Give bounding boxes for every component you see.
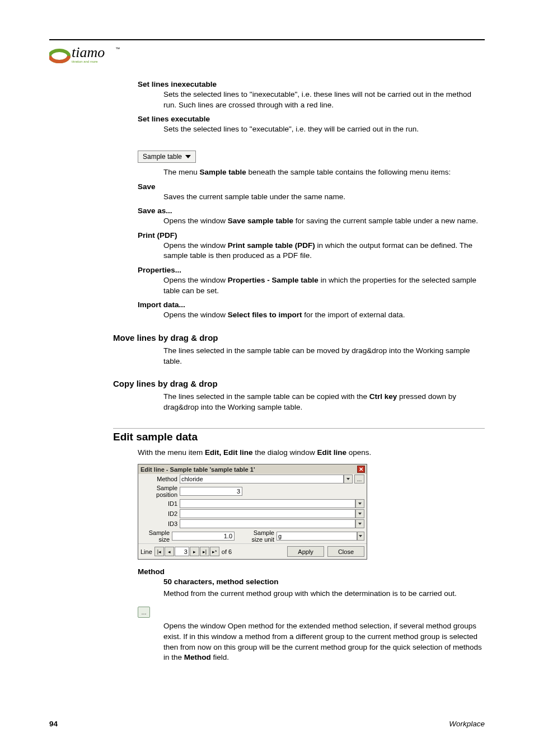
id2-field[interactable] [180,509,355,518]
new-line-button[interactable]: ▸* [210,547,219,556]
sample-size-unit-field[interactable] [277,532,357,541]
prev-line-button[interactable]: ◂ [165,547,174,556]
desc-print-pdf: Opens the window Print sample table (PDF… [163,241,485,261]
id1-field[interactable] [180,499,355,508]
desc-save-as: Opens the window Save sample table for s… [163,216,485,227]
term-save: Save [138,182,485,191]
desc-set-inexecutable: Sets the selected lines to "inexecutable… [163,90,485,110]
chevron-down-icon [185,155,191,158]
heading-edit-sample-data: Edit sample data [113,431,485,443]
id2-label: ID2 [140,510,180,517]
heading-move-lines: Move lines by drag & drop [113,333,485,342]
last-line-button[interactable]: ▸| [200,547,209,556]
id3-label: ID3 [140,520,180,527]
desc-save: Saves the current sample table under the… [163,192,485,203]
method-field[interactable] [180,475,344,483]
line-label: Line [140,548,152,555]
open-method-button[interactable]: ... [138,607,150,618]
line-total-text: of 6 [222,548,232,555]
section-edit-sample-data: Edit sample data [113,428,485,443]
open-method-desc: Opens the window Open method for the ext… [163,621,485,663]
term-import-data: Import data... [138,300,485,309]
chevron-down-icon [346,478,350,480]
term-set-inexecutable: Set lines inexecutable [138,80,485,88]
sample-size-field[interactable] [172,532,235,541]
desc-move-lines: The lines selected in the sample table c… [163,346,485,367]
chevron-down-icon [358,513,362,515]
method-desc: Method from the current method group wit… [163,589,485,599]
header-rule [49,39,485,40]
id2-dropdown[interactable] [355,509,364,518]
term-print-pdf: Print (PDF) [138,231,485,240]
method-label: Method [140,476,180,482]
section-name: Workplace [449,720,485,728]
line-number-field[interactable] [175,547,189,556]
desc-import-data: Opens the window Select files to import … [163,310,485,321]
svg-text:™: ™ [115,46,120,51]
method-sub: 50 characters, method selection [163,577,485,588]
dialog-title-text: Edit line - Sample table 'sample table 1… [140,466,255,473]
chevron-down-icon [358,523,362,525]
edit-line-dialog: Edit line - Sample table 'sample table 1… [138,464,367,560]
sample-table-button[interactable]: Sample table [138,151,196,163]
dialog-titlebar: Edit line - Sample table 'sample table 1… [138,464,367,474]
term-method: Method [138,567,485,576]
page-footer: 94 Workplace [49,720,485,728]
term-save-as: Save as... [138,206,485,215]
svg-text:tiamo: tiamo [72,44,105,60]
sample-table-button-label: Sample table [143,153,182,161]
edit-sample-intro: With the menu item Edit, Edit line the d… [138,448,485,458]
chevron-down-icon [359,535,362,537]
sample-position-field[interactable] [180,487,242,496]
method-browse-button[interactable]: ... [354,475,364,483]
id3-dropdown[interactable] [355,519,364,528]
page-number: 94 [49,720,58,728]
close-button[interactable]: Close [327,546,364,557]
sample-size-unit-label: Sample size unit [242,529,277,543]
sample-size-unit-dropdown[interactable] [357,532,364,541]
id1-dropdown[interactable] [355,499,364,508]
term-properties: Properties... [138,266,485,274]
heading-copy-lines: Copy lines by drag & drop [113,379,485,388]
id3-field[interactable] [180,519,355,528]
desc-set-executable: Sets the selected lines to "executable",… [163,124,485,135]
method-dropdown[interactable] [344,475,353,483]
next-line-button[interactable]: ▸ [190,547,199,556]
logo: tiamo ™ titration and more [49,44,485,65]
sample-position-label: Sample position [140,485,180,498]
sample-size-label: Sample size [140,529,172,543]
close-icon[interactable]: ✕ [357,466,365,473]
svg-text:titration and more: titration and more [72,60,98,63]
first-line-button[interactable]: |◂ [154,547,164,556]
apply-button[interactable]: Apply [287,546,324,557]
chevron-down-icon [358,503,362,505]
desc-copy-lines: The lines selected in the sample table c… [163,392,485,412]
sample-table-intro: The menu Sample table beneath the sample… [163,167,485,178]
id1-label: ID1 [140,500,180,507]
desc-properties: Opens the window Properties - Sample tab… [163,275,485,296]
term-set-executable: Set lines executable [138,115,485,123]
